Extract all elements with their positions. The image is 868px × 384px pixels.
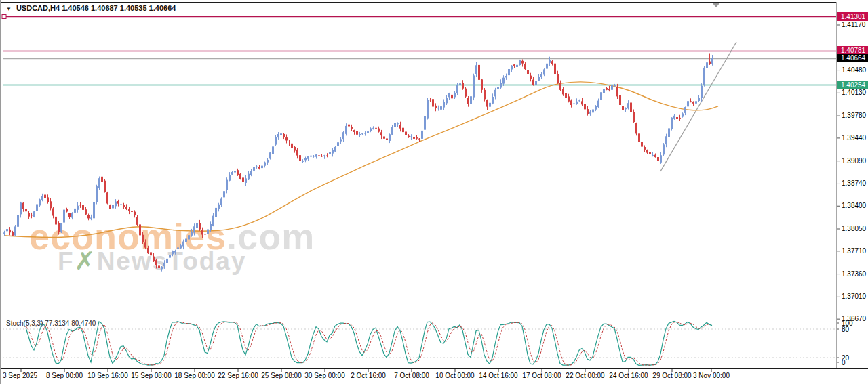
- bull-candle: [218, 205, 220, 209]
- price-tag-crimson: 1.41301: [837, 12, 868, 21]
- bear-candle: [58, 223, 60, 232]
- last-bar-marker-icon[interactable]: [712, 3, 720, 7]
- bear-candle: [467, 98, 469, 104]
- bull-candle: [304, 158, 307, 161]
- price-axis[interactable]: 1.411701.404801.401301.397801.394401.390…: [837, 0, 868, 368]
- time-axis-label: 22 Oct 00:00: [566, 372, 604, 379]
- bear-candle: [554, 64, 556, 74]
- bull-candle: [96, 186, 98, 202]
- time-axis[interactable]: 3 Sep 20258 Sep 00:0010 Sep 16:0015 Sep …: [1, 368, 836, 384]
- bull-candle: [329, 152, 331, 154]
- stoch-panel-top-border[interactable]: [1, 318, 837, 318]
- bull-candle: [272, 146, 274, 154]
- bear-candle: [435, 106, 437, 108]
- bear-candle: [383, 137, 385, 139]
- price-axis-label: 1.39440: [842, 134, 866, 142]
- bear-candle: [31, 215, 33, 215]
- bull-candle: [337, 142, 339, 146]
- bull-candle: [229, 175, 231, 181]
- bear-candle: [654, 155, 656, 158]
- bear-candle: [386, 139, 388, 140]
- bear-candle: [109, 205, 111, 209]
- bear-candle: [204, 234, 206, 234]
- price-axis-label: 1.37010: [842, 293, 866, 300]
- bull-candle: [188, 235, 190, 239]
- bull-candle: [489, 103, 491, 107]
- bear-candle: [50, 201, 52, 208]
- bear-candle: [416, 137, 418, 139]
- bull-candle: [446, 98, 448, 103]
- bull-candle: [6, 229, 8, 231]
- bear-candle: [429, 100, 431, 100]
- moving-average-line[interactable]: [4, 82, 718, 238]
- bull-candle: [220, 199, 222, 205]
- horizontal-level-lines[interactable]: [2, 15, 836, 85]
- bull-candle: [177, 247, 179, 249]
- time-axis-label: 3 Sep 2025: [3, 372, 37, 379]
- bear-candle: [155, 260, 157, 265]
- bear-candle: [465, 89, 467, 97]
- bear-candle: [296, 150, 298, 156]
- bull-candle: [540, 74, 542, 77]
- bear-candle: [299, 155, 301, 161]
- bull-candle: [597, 101, 599, 108]
- bull-candle: [248, 174, 250, 180]
- bull-candle: [215, 208, 217, 217]
- bear-candle: [622, 106, 624, 110]
- price-axis-label: 1.37710: [842, 247, 866, 255]
- bull-candle: [473, 75, 475, 97]
- bull-candle: [256, 167, 258, 167]
- bear-candle: [649, 152, 651, 154]
- bull-candle: [535, 81, 537, 85]
- bull-candle: [424, 116, 426, 130]
- line-drag-handle[interactable]: [2, 15, 6, 19]
- bull-candle: [505, 76, 507, 77]
- bull-candle: [310, 156, 312, 157]
- bull-candle: [494, 90, 496, 97]
- bear-candle: [641, 142, 643, 147]
- bear-candle: [513, 64, 515, 66]
- time-axis-label: 15 Sep 08:00: [131, 372, 172, 379]
- bear-candle: [405, 132, 407, 135]
- bull-candle: [443, 102, 445, 108]
- symbol-dropdown-icon[interactable]: ▼: [6, 6, 12, 12]
- bull-candle: [546, 64, 548, 69]
- stochastic-indicator-label: Stoch(5,3,3) 77.3134 80.4740: [6, 320, 96, 327]
- bear-candle: [408, 136, 410, 137]
- price-axis-label: 1.38050: [842, 225, 866, 232]
- main-panel-bottom-border: [1, 316, 837, 316]
- bull-candle: [90, 217, 92, 218]
- bull-candle: [627, 103, 629, 108]
- bull-candle: [391, 127, 393, 135]
- bear-candle: [451, 95, 453, 98]
- bear-candle: [239, 174, 241, 179]
- bear-candle: [348, 125, 350, 127]
- price-axis-label: 1.39090: [842, 157, 866, 165]
- bear-candle: [321, 156, 323, 156]
- bull-candle: [437, 108, 439, 108]
- bull-candle: [611, 85, 613, 90]
- bull-candle: [267, 160, 269, 163]
- bear-candle: [288, 142, 290, 142]
- time-axis-label: 10 Oct 00:00: [435, 372, 474, 379]
- bull-candle: [698, 98, 700, 101]
- chart-surface[interactable]: [1, 0, 868, 384]
- bull-candle: [372, 128, 374, 129]
- time-axis-label: 8 Sep 00:00: [46, 372, 83, 379]
- stoch-main-line: [26, 322, 712, 366]
- time-axis-label: 7 Oct 08:00: [394, 372, 429, 379]
- bear-candle: [418, 139, 420, 140]
- bull-candle: [502, 78, 505, 84]
- bull-candle: [573, 104, 575, 104]
- bull-candle: [543, 69, 545, 74]
- bear-candle: [85, 209, 87, 214]
- bear-candle: [692, 102, 694, 104]
- bull-candle: [166, 259, 168, 263]
- bear-candle: [68, 213, 71, 217]
- bull-candle: [711, 58, 713, 64]
- price-tag-green: 1.40254: [837, 81, 868, 89]
- trading-chart-window: economies.com F✗NewsToday ▼USDCAD,H4 1.4…: [0, 0, 868, 384]
- bull-candle: [500, 83, 502, 87]
- bull-candle: [508, 69, 510, 75]
- bull-candle: [191, 232, 193, 236]
